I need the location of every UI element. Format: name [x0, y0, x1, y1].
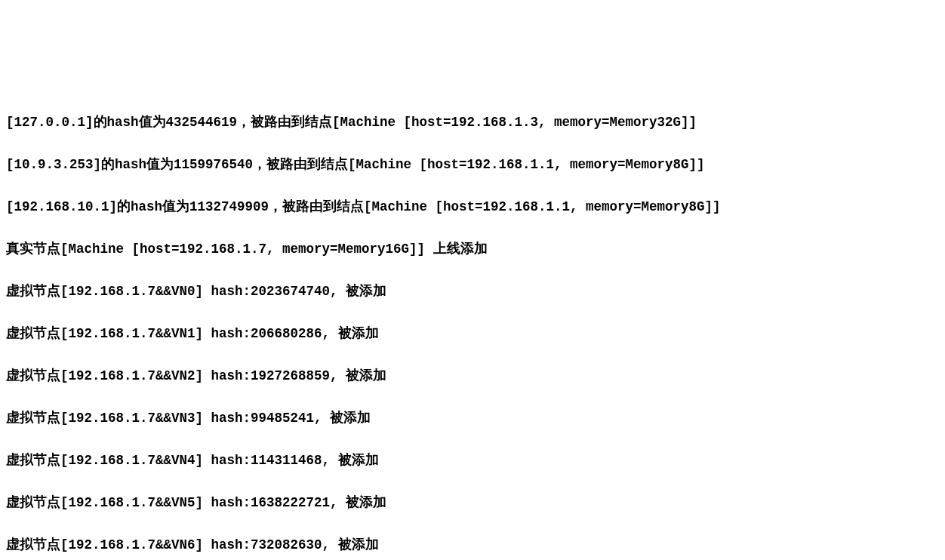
- console-line: 虚拟节点[192.168.1.7&&VN5] hash:1638222721, …: [6, 492, 939, 513]
- console-output: [127.0.0.1]的hash值为432544619，被路由到结点[Machi…: [6, 91, 939, 560]
- console-line: [127.0.0.1]的hash值为432544619，被路由到结点[Machi…: [6, 112, 939, 133]
- console-line: 虚拟节点[192.168.1.7&&VN3] hash:99485241, 被添…: [6, 408, 939, 429]
- console-line: 虚拟节点[192.168.1.7&&VN4] hash:114311468, 被…: [6, 450, 939, 471]
- console-line: 虚拟节点[192.168.1.7&&VN1] hash:206680286, 被…: [6, 323, 939, 344]
- console-line: [192.168.10.1]的hash值为1132749909，被路由到结点[M…: [6, 196, 939, 217]
- console-line: [10.9.3.253]的hash值为1159976540，被路由到结点[Mac…: [6, 154, 939, 175]
- console-line: 真实节点[Machine [host=192.168.1.7, memory=M…: [6, 238, 939, 260]
- console-line: 虚拟节点[192.168.1.7&&VN0] hash:2023674740, …: [6, 281, 939, 302]
- console-line: 虚拟节点[192.168.1.7&&VN6] hash:732082630, 被…: [6, 534, 939, 555]
- console-line: 虚拟节点[192.168.1.7&&VN2] hash:1927268859, …: [6, 365, 939, 386]
